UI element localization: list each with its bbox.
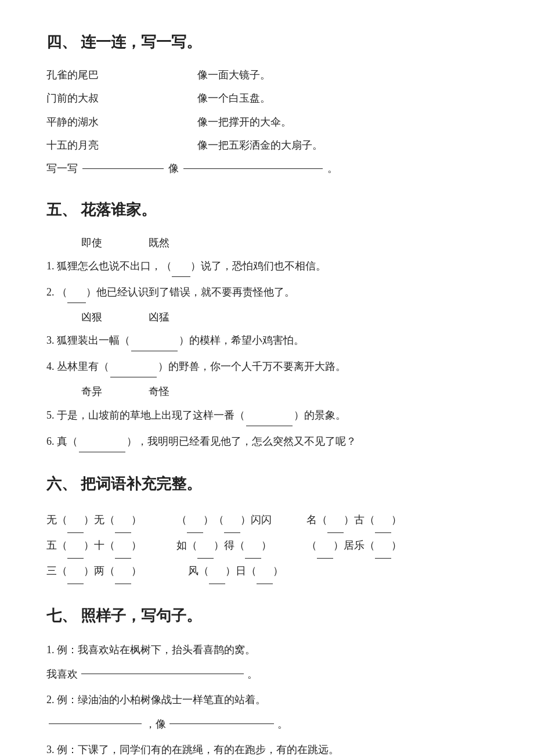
blank-2-2[interactable]	[110, 356, 157, 377]
seven-like-label: ，像	[145, 714, 166, 735]
six-item-1-3: 名（ ）古（ ）	[306, 507, 402, 533]
seven-write-2: ，像 。	[46, 714, 488, 735]
b11[interactable]	[317, 533, 333, 559]
word-qiyi: 奇异	[81, 382, 102, 401]
b9[interactable]	[197, 533, 214, 559]
write-blank-1[interactable]	[82, 168, 164, 169]
blank-3-1[interactable]	[246, 405, 293, 426]
seven-blank-2b[interactable]	[169, 723, 274, 724]
match-left-4: 十五的月亮	[46, 136, 163, 154]
b15[interactable]	[209, 559, 225, 584]
word-qiguai: 奇怪	[149, 382, 169, 401]
b2[interactable]	[115, 507, 131, 533]
six-item-3-2: 风（ ）日（ ）	[188, 559, 283, 584]
word-group-2-header: 凶狠 凶猛	[46, 308, 488, 326]
section-four-title: 四、 连一连，写一写。	[46, 29, 488, 56]
five-item-5: 5. 于是，山坡前的草地上出现了这样一番（ ）的景象。	[46, 405, 488, 426]
word-jiran: 既然	[149, 233, 169, 252]
six-item-2-2: 如（ ）得（ ）	[176, 533, 272, 559]
blank-3-2[interactable]	[79, 431, 125, 452]
seven-example-3: 3. 例：下课了，同学们有的在跳绳，有的在跑步，有的在跳远。	[46, 739, 488, 756]
seven-example-1: 1. 例：我喜欢站在枫树下，抬头看喜鹊的窝。	[46, 639, 488, 660]
section-five-title-text: 五、 花落谁家。	[46, 197, 156, 224]
section-four-content: 孔雀的尾巴 像一面大镜子。 门前的大叔 像一个白玉盘。 平静的湖水 像一把撑开的…	[46, 66, 488, 178]
b6[interactable]	[375, 507, 391, 533]
word-jiushi: 即使	[81, 233, 102, 252]
write-end: 。	[327, 159, 338, 178]
match-left-1: 孔雀的尾巴	[46, 66, 163, 84]
section-four-title-text: 四、 连一连，写一写。	[46, 29, 201, 56]
b14[interactable]	[115, 559, 131, 584]
section-six-title-text: 六、 把词语补充完整。	[46, 471, 201, 498]
six-row-3: 三（ ）两（ ） 风（ ）日（ ）	[46, 559, 488, 584]
section-seven-content: 1. 例：我喜欢站在枫树下，抬头看喜鹊的窝。 我喜欢 。 2. 例：绿油油的小柏…	[46, 639, 488, 756]
six-item-1-2: （ ）（ ）闪闪	[176, 507, 272, 533]
seven-wo-xihuan-label: 我喜欢	[46, 664, 78, 685]
seven-example-2: 2. 例：绿油油的小柏树像战士一样笔直的站着。	[46, 689, 488, 710]
five-item-1: 1. 狐狸怎么也说不出口，（ ）说了，恐怕鸡们也不相信。	[46, 255, 488, 277]
match-left-3: 平静的湖水	[46, 113, 163, 131]
match-row-3: 平静的湖水 像一把撑开的大伞。	[46, 113, 488, 131]
six-item-2-3: （ ）居乐（ ）	[306, 533, 402, 559]
b10[interactable]	[245, 533, 261, 559]
write-label: 写一写	[46, 159, 78, 178]
section-five: 五、 花落谁家。 即使 既然 1. 狐狸怎么也说不出口，（ ）说了，恐怕鸡们也不…	[46, 197, 488, 452]
section-five-title: 五、 花落谁家。	[46, 197, 488, 224]
five-item-6: 6. 真（ ），我明明已经看见他了，怎么突然又不见了呢？	[46, 431, 488, 452]
word-group-3-header: 奇异 奇怪	[46, 382, 488, 401]
seven-end-1: 。	[247, 664, 258, 685]
blank-1-2[interactable]	[67, 282, 86, 303]
write-like: 像	[168, 159, 179, 178]
five-item-4: 4. 丛林里有（ ）的野兽，你一个人千万不要离开大路。	[46, 356, 488, 377]
match-left-2: 门前的大叔	[46, 89, 163, 107]
match-right-2: 像一个白玉盘。	[197, 89, 270, 107]
match-right-3: 像一把撑开的大伞。	[197, 113, 291, 131]
match-row-2: 门前的大叔 像一个白玉盘。	[46, 89, 488, 107]
b12[interactable]	[375, 533, 391, 559]
section-seven: 七、 照样子，写句子。 1. 例：我喜欢站在枫树下，抬头看喜鹊的窝。 我喜欢 。…	[46, 603, 488, 756]
b3[interactable]	[187, 507, 203, 533]
word-xiongmeng: 凶猛	[149, 308, 169, 326]
blank-2-1[interactable]	[131, 330, 178, 351]
b8[interactable]	[115, 533, 131, 559]
seven-blank-1[interactable]	[81, 674, 244, 674]
section-six: 六、 把词语补充完整。 无（ ）无（ ） （ ）（ ）闪闪 名（ ）古（ ） 五…	[46, 471, 488, 584]
section-five-content: 即使 既然 1. 狐狸怎么也说不出口，（ ）说了，恐怕鸡们也不相信。 2. （ …	[46, 233, 488, 452]
section-six-content: 无（ ）无（ ） （ ）（ ）闪闪 名（ ）古（ ） 五（ ）十（ ） 如（ ）…	[46, 507, 488, 585]
match-row-1: 孔雀的尾巴 像一面大镜子。	[46, 66, 488, 84]
match-row-4: 十五的月亮 像一把五彩洒金的大扇子。	[46, 136, 488, 154]
b7[interactable]	[67, 533, 84, 559]
six-item-1-1: 无（ ）无（ ）	[46, 507, 142, 533]
section-four: 四、 连一连，写一写。 孔雀的尾巴 像一面大镜子。 门前的大叔 像一个白玉盘。 …	[46, 29, 488, 178]
seven-end-2: 。	[277, 714, 288, 735]
blank-1-1[interactable]	[172, 255, 190, 277]
b16[interactable]	[257, 559, 273, 584]
six-row-1: 无（ ）无（ ） （ ）（ ）闪闪 名（ ）古（ ）	[46, 507, 488, 533]
six-item-3-1: 三（ ）两（ ）	[46, 559, 142, 584]
five-item-3: 3. 狐狸装出一幅（ ）的模样，希望小鸡害怕。	[46, 330, 488, 351]
b1[interactable]	[67, 507, 84, 533]
five-item-2: 2. （ ）他已经认识到了错误，就不要再责怪他了。	[46, 282, 488, 303]
match-right-4: 像一把五彩洒金的大扇子。	[197, 136, 323, 154]
match-right-1: 像一面大镜子。	[197, 66, 270, 84]
write-blank-2[interactable]	[183, 168, 323, 169]
b5[interactable]	[327, 507, 344, 533]
section-six-title: 六、 把词语补充完整。	[46, 471, 488, 498]
word-xiongheng: 凶狠	[81, 308, 102, 326]
write-row: 写一写 像 。	[46, 159, 488, 178]
word-group-1-header: 即使 既然	[46, 233, 488, 252]
b13[interactable]	[67, 559, 84, 584]
six-row-2: 五（ ）十（ ） 如（ ）得（ ） （ ）居乐（ ）	[46, 533, 488, 559]
six-item-2-1: 五（ ）十（ ）	[46, 533, 142, 559]
seven-blank-2a[interactable]	[49, 723, 142, 724]
b4[interactable]	[224, 507, 240, 533]
section-seven-title: 七、 照样子，写句子。	[46, 603, 488, 630]
seven-write-1: 我喜欢 。	[46, 664, 488, 685]
section-seven-title-text: 七、 照样子，写句子。	[46, 603, 201, 630]
